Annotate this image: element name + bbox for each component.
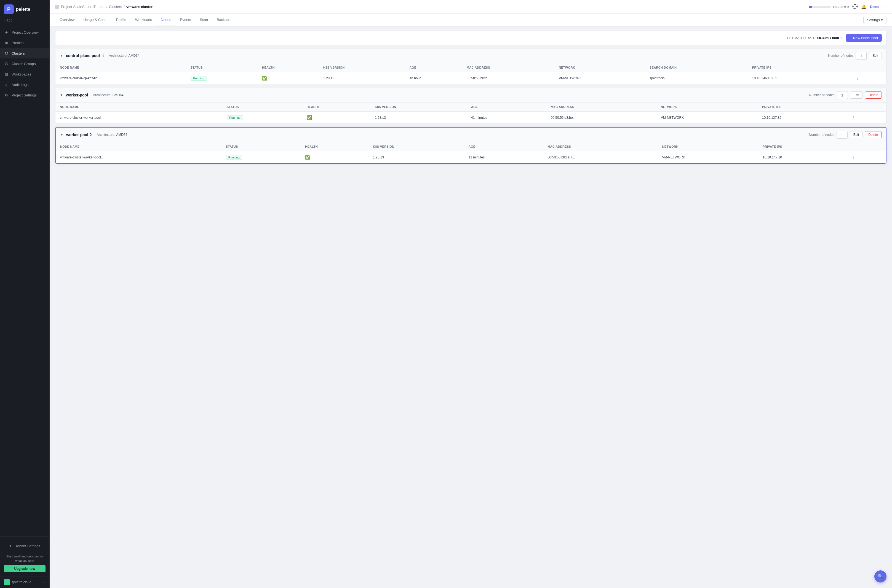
pool-table-worker: Node Name Status Health K8s Version Age …	[56, 102, 886, 123]
col-status-w: Status	[222, 102, 302, 112]
sidebar-item-project-settings[interactable]: ⚙ Project Settings	[0, 90, 50, 100]
health-icon: ✅	[262, 76, 268, 81]
search-fab[interactable]: 🔍	[874, 570, 886, 582]
audit-logs-icon: ≡	[4, 82, 9, 87]
pool-name-control-plane: control-plane-pool	[66, 54, 100, 58]
cell-search-domain: spectroclo...	[645, 72, 748, 84]
row-menu-icon[interactable]: ⋮	[852, 155, 855, 159]
sidebar-logo: P palette	[0, 0, 50, 19]
tab-profile[interactable]: Profile	[112, 14, 131, 26]
sidebar-label-audit-logs: Audit Logs	[12, 82, 29, 87]
sidebar-item-project-overview[interactable]: ◈ Project Overview	[0, 27, 50, 38]
tab-scan[interactable]: Scan	[195, 14, 212, 26]
cell-network: VM-NETWORK	[656, 112, 758, 124]
cell-status: Running	[222, 112, 302, 124]
col-network-w2: Network	[658, 142, 758, 151]
topbar-right: 1.49/100tCh 💬 🔔 Docs ⋯	[809, 4, 886, 9]
cell-age: an hour	[405, 72, 462, 84]
node-count-input-worker[interactable]	[837, 91, 848, 99]
tab-workloads[interactable]: Workloads	[131, 14, 156, 26]
docs-link[interactable]: Docs	[870, 4, 879, 9]
cell-mac: 00:50:56:b8:ca:7...	[543, 151, 657, 164]
sidebar-collapse-button[interactable]: ‹	[44, 580, 45, 584]
usage-fill	[809, 6, 812, 8]
sidebar-item-tenant-settings[interactable]: ✦ Tenant Settings	[4, 541, 45, 551]
col-age-w: Age	[467, 102, 546, 112]
topbar: Project-ScaleSecureTutoria / Clusters / …	[50, 0, 892, 14]
upgrade-button[interactable]: Upgrade now	[4, 565, 45, 572]
sidebar-nav: ◈ Project Overview ⊞ Profiles ⬡ Clusters…	[0, 25, 50, 537]
row-menu-icon[interactable]: ⋮	[852, 116, 855, 120]
col-node-name-w: Node Name	[56, 102, 222, 112]
cell-network: VM-NETWORK	[658, 151, 758, 164]
app-version: 4.4.20	[0, 19, 50, 25]
cell-row-menu[interactable]: ⋮	[848, 151, 886, 164]
breadcrumb-clusters[interactable]: Clusters	[109, 4, 122, 9]
tab-overview[interactable]: Overview	[55, 14, 79, 26]
content-area: ESTIMATED RATE $0.3369 / hour ℹ + New No…	[50, 27, 892, 588]
sidebar-item-clusters[interactable]: ⬡ Clusters	[0, 48, 50, 58]
notification-icon[interactable]: 🔔	[861, 4, 866, 9]
breadcrumb-project[interactable]: Project-ScaleSecureTutoria	[55, 4, 105, 9]
pool-header-worker: ▼ worker-pool Architecture: AMD64 Number…	[56, 88, 886, 102]
tab-backups[interactable]: Backups	[212, 14, 235, 26]
table-row: vmware-cluster-cp-kdz42 Running ✅ 1.28.1…	[56, 72, 886, 84]
sidebar-footer: spectro cloud ‹	[0, 576, 50, 588]
col-health-w: Health	[302, 102, 370, 112]
footer-brand: spectro cloud	[4, 579, 31, 585]
more-options-icon[interactable]: ⋯	[882, 4, 886, 9]
sidebar-bottom: ✦ Tenant Settings Start small and only p…	[0, 537, 50, 576]
table-row: vmware-cluster-worker-pool... Running ✅ …	[56, 112, 886, 124]
chat-icon[interactable]: 💬	[852, 4, 858, 9]
col-node-name-w2: Node Name	[56, 142, 221, 151]
cell-health: ✅	[302, 112, 370, 124]
rate-info-icon[interactable]: ℹ	[841, 36, 842, 40]
cell-node-name: vmware-cluster-worker-pool...	[56, 112, 222, 124]
pool-chevron-control-plane[interactable]: ▼	[60, 54, 63, 58]
col-status-cp: Status	[186, 63, 257, 72]
tab-events[interactable]: Events	[176, 14, 196, 26]
profiles-icon: ⊞	[4, 40, 9, 45]
usage-bar: 1.49/100tCh	[809, 5, 849, 9]
col-menu-w2	[848, 142, 886, 151]
table-header-row-cp: Node Name Status Health K8s Version Age …	[56, 63, 886, 72]
cell-network: VM-NETWORK	[554, 72, 645, 84]
delete-button-worker-2[interactable]: Delete	[865, 131, 881, 138]
breadcrumb-sep-2: /	[123, 4, 125, 9]
breadcrumb-sep-1: /	[106, 4, 107, 9]
sidebar-item-cluster-groups[interactable]: ⬡ Cluster Groups	[0, 58, 50, 69]
svg-rect-0	[55, 5, 59, 9]
sidebar-item-workspaces[interactable]: ▦ Workspaces	[0, 69, 50, 80]
edit-button-worker[interactable]: Edit	[850, 92, 863, 99]
cell-private-ips: 10.10.146.182, 1...	[748, 72, 852, 84]
node-count-input-cp[interactable]	[856, 52, 866, 60]
pool-header-worker-2: ▼ worker-pool-2 Architecture: AMD64 Numb…	[56, 128, 886, 142]
cell-row-menu[interactable]: ⋮	[851, 72, 886, 84]
status-badge: Running	[191, 76, 207, 81]
settings-button[interactable]: Settings ▾	[863, 16, 886, 24]
row-menu-icon[interactable]: ⋮	[856, 76, 859, 80]
sidebar-label-clusters: Clusters	[12, 51, 25, 56]
col-menu-cp	[851, 63, 886, 72]
delete-button-worker[interactable]: Delete	[865, 92, 882, 99]
table-header-row-worker-2: Node Name Status Health K8s Version Age …	[56, 142, 886, 151]
sidebar-item-profiles[interactable]: ⊞ Profiles	[0, 38, 50, 48]
pool-chevron-worker[interactable]: ▼	[60, 93, 63, 97]
cell-status: Running	[221, 151, 301, 164]
cell-mac: 00:50:56:b8:2...	[462, 72, 554, 84]
pool-chevron-worker-2[interactable]: ▼	[60, 133, 63, 136]
settings-chevron-icon: ▾	[881, 18, 883, 22]
edit-button-cp[interactable]: Edit	[869, 52, 882, 59]
node-count-input-worker-2[interactable]	[836, 131, 848, 139]
new-node-pool-button[interactable]: + New Node Pool	[846, 34, 882, 42]
tab-nodes[interactable]: Nodes	[156, 14, 176, 26]
edit-button-worker-2[interactable]: Edit	[850, 131, 863, 138]
cell-row-menu[interactable]: ⋮	[848, 112, 886, 124]
sidebar-item-audit-logs[interactable]: ≡ Audit Logs	[0, 80, 50, 90]
sidebar-label-project-overview: Project Overview	[12, 30, 39, 34]
tab-usage-costs[interactable]: Usage & Costs	[79, 14, 112, 26]
pool-info-icon-control-plane[interactable]: ℹ	[102, 54, 104, 58]
pool-table-control-plane: Node Name Status Health K8s Version Age …	[56, 63, 886, 84]
col-health-w2: Health	[301, 142, 369, 151]
pool-arch-control-plane: Architecture: AMD64	[109, 54, 140, 58]
